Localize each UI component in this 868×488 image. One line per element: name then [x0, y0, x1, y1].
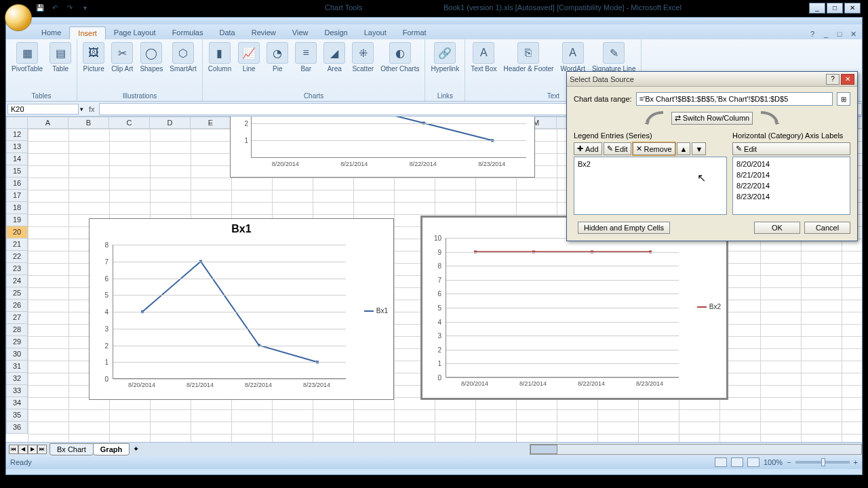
row-header-20[interactable]: 20	[6, 226, 28, 239]
namebox-dropdown-icon[interactable]: ▾	[79, 106, 85, 113]
horizontal-scrollbar[interactable]	[530, 444, 862, 455]
pie-button[interactable]: ◔Pie	[264, 41, 291, 74]
row-header-22[interactable]: 22	[6, 251, 28, 263]
chart-bx2[interactable]: 012345678910 8/20/20148/21/20148/22/2014…	[422, 217, 727, 399]
line-button[interactable]: 📈Line	[235, 41, 262, 74]
header-footer-button[interactable]: ⎘Header & Footer	[501, 41, 557, 74]
normal-view-icon[interactable]	[715, 458, 727, 467]
row-header-34[interactable]: 34	[6, 397, 28, 409]
row-header-24[interactable]: 24	[6, 275, 28, 287]
row-header-19[interactable]: 19	[6, 214, 28, 226]
maximize-button[interactable]: □	[827, 3, 843, 14]
clip-art-button[interactable]: ✂Clip Art	[108, 41, 136, 74]
picture-button[interactable]: 🖼Picture	[80, 41, 107, 74]
scatter-button[interactable]: ⁜Scatter	[349, 41, 376, 74]
category-item[interactable]: 8/20/2014	[734, 159, 848, 169]
tab-insert[interactable]: Insert	[69, 26, 106, 39]
category-item[interactable]: 8/23/2014	[734, 191, 848, 202]
page-break-view-icon[interactable]	[747, 458, 760, 467]
col-header-E[interactable]: E	[191, 117, 231, 129]
minimize-button[interactable]: _	[809, 3, 825, 14]
cancel-button[interactable]: Cancel	[804, 222, 850, 234]
chart-top[interactable]: 123 8/20/20148/21/20148/22/20148/23/2014	[230, 117, 535, 178]
minimize-ribbon-icon[interactable]: _	[821, 30, 831, 39]
row-header-26[interactable]: 26	[6, 300, 28, 312]
save-icon[interactable]: 💾	[35, 4, 45, 15]
row-header-12[interactable]: 12	[6, 129, 28, 141]
ok-button[interactable]: OK	[754, 222, 800, 234]
zoom-level[interactable]: 100%	[764, 458, 783, 466]
row-header-13[interactable]: 13	[6, 141, 28, 153]
row-header-23[interactable]: 23	[6, 263, 28, 275]
undo-icon[interactable]: ↶	[50, 4, 60, 15]
tab-design[interactable]: Design	[316, 26, 355, 39]
category-item[interactable]: 8/22/2014	[734, 180, 848, 191]
row-header-35[interactable]: 35	[6, 409, 28, 422]
collapse-dialog-icon[interactable]: ⊞	[837, 92, 850, 106]
col-header-D[interactable]: D	[150, 117, 191, 129]
pivottable-button[interactable]: ▦PivotTable	[9, 41, 45, 74]
next-sheet-icon[interactable]: ▶	[28, 445, 37, 454]
redo-icon[interactable]: ↷	[64, 4, 75, 15]
bar-button[interactable]: ≡Bar	[292, 41, 319, 74]
tab-format[interactable]: Format	[395, 26, 435, 39]
prev-sheet-icon[interactable]: ◀	[18, 445, 28, 454]
tab-data[interactable]: Data	[211, 26, 243, 39]
col-header-C[interactable]: C	[109, 117, 150, 129]
shapes-button[interactable]: ◯Shapes	[137, 41, 165, 74]
row-header-21[interactable]: 21	[6, 239, 28, 251]
remove-series-button[interactable]: ✕Remove	[633, 142, 675, 155]
restore-workbook-icon[interactable]: □	[835, 30, 844, 39]
series-list[interactable]: Bx2	[574, 157, 727, 215]
row-header-15[interactable]: 15	[6, 165, 28, 178]
row-header-31[interactable]: 31	[6, 361, 28, 373]
col-header-B[interactable]: B	[68, 117, 109, 129]
row-header-14[interactable]: 14	[6, 153, 28, 165]
close-workbook-icon[interactable]: ✕	[848, 30, 858, 39]
smartart-button[interactable]: ⬡SmartArt	[167, 41, 199, 74]
other-charts-button[interactable]: ◐Other Charts	[378, 41, 422, 74]
tab-home[interactable]: Home	[33, 26, 69, 39]
signature-line-button[interactable]: ✎Signature Line	[589, 41, 639, 74]
row-header-29[interactable]: 29	[6, 336, 28, 348]
zoom-slider[interactable]	[795, 461, 850, 464]
qat-dropdown-icon[interactable]: ▾	[79, 4, 90, 15]
table-button[interactable]: ▤Table	[47, 41, 74, 74]
help-icon[interactable]: ?	[808, 30, 817, 39]
wordart-button[interactable]: AWordArt	[557, 41, 588, 74]
dialog-titlebar[interactable]: Select Data Source ? ✕	[567, 72, 857, 87]
chart-bx1[interactable]: Bx1 012345678 8/20/20148/21/20148/22/201…	[89, 218, 394, 400]
row-header-25[interactable]: 25	[6, 287, 28, 300]
tab-page-layout[interactable]: Page Layout	[106, 26, 164, 39]
dialog-close-button[interactable]: ✕	[841, 74, 854, 85]
name-box[interactable]: K20	[7, 104, 79, 115]
switch-row-column-button[interactable]: ⇄ Switch Row/Column	[671, 112, 753, 125]
tab-review[interactable]: Review	[243, 26, 284, 39]
fx-icon[interactable]: fx	[85, 105, 99, 113]
edit-categories-button[interactable]: ✎Edit	[732, 142, 850, 155]
zoom-out-icon[interactable]: −	[787, 458, 791, 466]
sheet-tab-bx-chart[interactable]: Bx Chart	[50, 443, 94, 455]
row-header-27[interactable]: 27	[6, 312, 28, 324]
text-box-button[interactable]: AText Box	[468, 41, 499, 74]
tab-layout[interactable]: Layout	[356, 26, 395, 39]
page-layout-view-icon[interactable]	[731, 458, 743, 467]
dialog-help-button[interactable]: ?	[826, 74, 840, 85]
category-item[interactable]: 8/21/2014	[734, 169, 848, 180]
zoom-in-icon[interactable]: +	[854, 458, 858, 466]
office-button[interactable]	[5, 4, 32, 31]
row-header-28[interactable]: 28	[6, 324, 28, 336]
row-header-16[interactable]: 16	[6, 178, 28, 190]
move-up-button[interactable]: ▲	[677, 142, 691, 155]
column-button[interactable]: ▮Column	[205, 41, 234, 74]
move-down-button[interactable]: ▼	[692, 142, 706, 155]
first-sheet-icon[interactable]: ⏮	[9, 445, 18, 454]
add-series-button[interactable]: ✚Add	[574, 142, 602, 155]
row-header-33[interactable]: 33	[6, 385, 28, 397]
select-all[interactable]	[6, 117, 28, 129]
edit-series-button[interactable]: ✎Edit	[604, 142, 631, 155]
category-list[interactable]: 8/20/20148/21/20148/22/20148/23/2014	[732, 157, 850, 215]
tab-view[interactable]: View	[284, 26, 317, 39]
col-header-A[interactable]: A	[28, 117, 68, 129]
row-header-30[interactable]: 30	[6, 348, 28, 361]
